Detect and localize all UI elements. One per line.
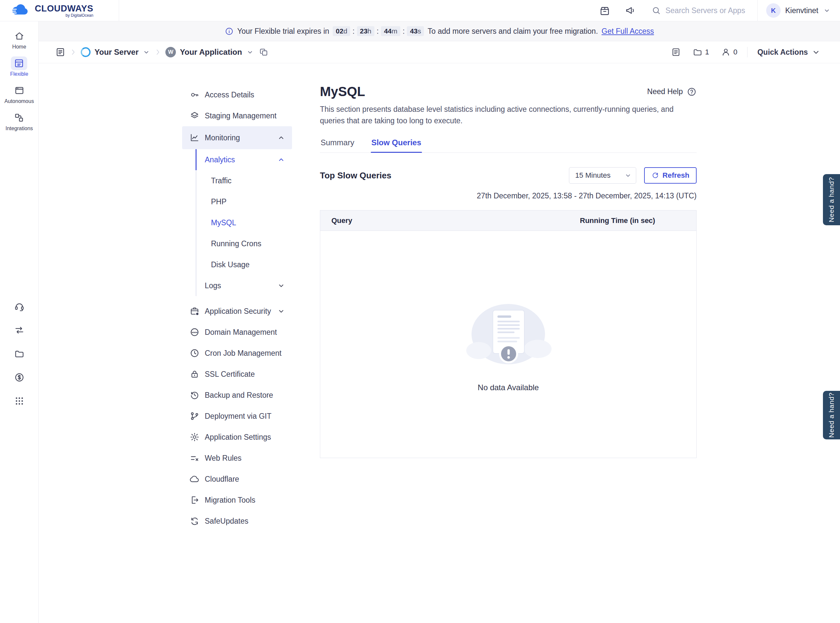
sidebar-item-label: Traffic — [211, 176, 232, 185]
refresh-button[interactable]: Refresh — [644, 167, 697, 184]
settings-icon — [190, 432, 200, 442]
rail-icon-box — [11, 57, 27, 70]
sidebar-item-label: Logs — [205, 281, 221, 290]
breadcrumb: Your Server W Your Application — [55, 47, 268, 57]
interval-select[interactable]: 15 Minutes — [569, 167, 636, 184]
quick-actions-button[interactable]: Quick Actions — [757, 47, 821, 57]
tab-slow-queries[interactable]: Slow Queries — [371, 138, 422, 152]
flexible-icon — [14, 58, 24, 69]
sidebar-item-php[interactable]: PHP — [195, 191, 292, 212]
product-updates-icon[interactable] — [599, 5, 610, 16]
staging-icon — [190, 111, 200, 121]
application-selector[interactable]: W Your Application — [165, 47, 254, 57]
sidebar-item-monitoring[interactable]: Monitoring — [182, 126, 292, 149]
sidebar-item-label: Monitoring — [205, 134, 240, 142]
sidebar-item-analytics[interactable]: Analytics — [195, 149, 292, 170]
sidebar-item-deployment-via-git[interactable]: Deployment via GIT — [182, 406, 292, 427]
global-search[interactable] — [650, 0, 757, 21]
need-help-link[interactable]: Need Help — [647, 87, 697, 97]
application-count[interactable]: 1 — [693, 47, 709, 57]
search-input[interactable] — [665, 6, 748, 15]
empty-state: No data Available — [454, 296, 562, 392]
chevron-right-icon — [154, 48, 162, 57]
sidebar-item-ssl-certificate[interactable]: SSL Certificate — [182, 364, 292, 385]
empty-state-illustration — [454, 296, 562, 375]
rail-item-support[interactable] — [11, 300, 28, 313]
sidebar-item-cloudflare[interactable]: Cloudflare — [182, 468, 292, 490]
server-name: Your Server — [94, 48, 138, 57]
app-security-icon — [190, 306, 200, 316]
cron-icon — [190, 348, 200, 358]
rail-item-all-apps[interactable] — [11, 394, 28, 408]
rail-item-integrations[interactable]: Integrations — [6, 111, 33, 132]
team-count-value: 0 — [733, 48, 737, 57]
team-count[interactable]: 0 — [721, 47, 737, 57]
rail-item-billing[interactable] — [11, 371, 28, 384]
banner-text-prefix: Your Flexible trial expires in — [237, 27, 329, 36]
sidebar-item-label: SSL Certificate — [205, 370, 255, 379]
rail-item-label: Autonomous — [5, 98, 34, 104]
chevron-down-icon — [277, 307, 285, 315]
tab-summary[interactable]: Summary — [320, 138, 355, 152]
sidebar-item-label: MySQL — [211, 218, 236, 227]
chevron-up-icon — [277, 155, 285, 164]
rail-item-projects[interactable] — [11, 347, 28, 361]
sidebar-item-running-crons[interactable]: Running Crons — [195, 233, 292, 254]
trial-banner: Your Flexible trial expires in 02d:23h:4… — [39, 21, 840, 41]
chevron-down-icon — [624, 172, 632, 180]
page: Your Flexible trial expires in 02d:23h:4… — [39, 0, 840, 531]
server-selector[interactable]: Your Server — [81, 47, 150, 57]
sidebar-item-mysql[interactable]: MySQL — [195, 212, 292, 233]
announcements-icon[interactable] — [625, 5, 636, 16]
breadcrumb-actions: 1 0 Quick Actions — [671, 47, 821, 57]
sidebar-item-staging-management[interactable]: Staging Management — [182, 105, 292, 126]
sidebar-item-label: Running Crons — [211, 239, 261, 248]
brand-name: CLOUDWAYS — [35, 4, 93, 14]
sidebar-item-cron-job-management[interactable]: Cron Job Management — [182, 343, 292, 364]
page-description: This section presents database level sta… — [320, 104, 697, 126]
sidebar-item-application-settings[interactable]: Application Settings — [182, 427, 292, 448]
main-content: MySQL Need Help This section presents da… — [292, 63, 697, 531]
column-header-running-time-in-sec: Running Time (in sec) — [539, 216, 696, 225]
copy-icon[interactable] — [259, 48, 268, 57]
chevron-down-icon — [142, 48, 150, 56]
sidebar-item-logs[interactable]: Logs — [195, 275, 292, 296]
need-a-hand-tab-2[interactable]: Need a hand? — [823, 391, 840, 439]
sidebar-item-disk-usage[interactable]: Disk Usage — [195, 254, 292, 275]
cloudways-logo[interactable]: CLOUDWAYS by DigitalOcean — [0, 0, 119, 21]
countdown-unit: s — [418, 27, 421, 35]
rail-bottom — [0, 300, 38, 418]
sidebar-item-access-details[interactable]: Access Details — [182, 84, 292, 105]
sidebar-item-safeupdates[interactable]: SafeUpdates — [182, 511, 292, 531]
need-a-hand-tab[interactable]: Need a hand? — [823, 174, 840, 225]
need-help-label: Need Help — [647, 87, 683, 96]
sidebar-item-backup-and-restore[interactable]: Backup and Restore — [182, 385, 292, 406]
rail-item-autonomous[interactable]: Autonomous — [5, 84, 34, 104]
need-a-hand-label: Need a hand? — [828, 177, 835, 222]
rail-icon-box — [11, 300, 28, 313]
brand-subtitle: by DigitalOcean — [35, 13, 93, 18]
svg-text:www: www — [191, 331, 198, 334]
sidebar-item-web-rules[interactable]: Web Rules — [182, 448, 292, 468]
rail-icon-box — [11, 84, 28, 97]
application-name: Your Application — [180, 48, 242, 57]
get-full-access-link[interactable]: Get Full Access — [602, 27, 654, 36]
server-details-icon[interactable] — [671, 47, 681, 57]
sidebar-item-traffic[interactable]: Traffic — [195, 170, 292, 191]
sidebar-item-domain-management[interactable]: wwwDomain Management — [182, 322, 292, 343]
rail-item-transfer[interactable] — [11, 323, 28, 337]
section-row: Top Slow Queries 15 Minutes Refresh — [320, 167, 697, 184]
sidebar-item-application-security[interactable]: Application Security — [182, 301, 292, 322]
rail-item-home[interactable]: Home — [11, 29, 28, 50]
server-list-icon[interactable] — [55, 47, 66, 57]
sidebar-item-migration-tools[interactable]: Migration Tools — [182, 490, 292, 511]
table-body: No data Available — [320, 231, 696, 458]
chevron-down-icon — [277, 281, 285, 290]
user-menu[interactable]: K Kienvtinet — [757, 0, 831, 21]
sidebar-item-label: Application Settings — [205, 433, 271, 442]
rail-item-flexible[interactable]: Flexible — [10, 57, 28, 77]
git-icon — [190, 411, 200, 421]
rail-icon-box — [11, 347, 28, 361]
tab-bar: SummarySlow Queries — [320, 138, 697, 153]
content-wrap: Access DetailsStaging ManagementMonitori… — [182, 63, 697, 531]
